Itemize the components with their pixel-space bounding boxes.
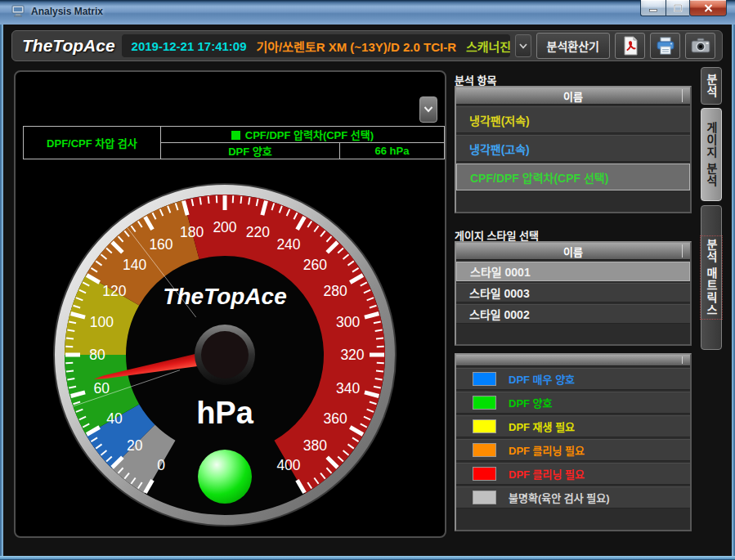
- svg-text:0: 0: [157, 457, 165, 473]
- legend-item-label: DPF 클리닝 필요: [509, 466, 585, 482]
- svg-text:140: 140: [123, 257, 146, 273]
- pdf-export-button[interactable]: [615, 33, 645, 59]
- style-item-style-0003[interactable]: 스타일 0003: [456, 283, 690, 302]
- legend-item[interactable]: 불명확(육안 검사 필요): [456, 486, 690, 508]
- vehicle-info: 기아/쏘렌토R XM (~13Y)/D 2.0 TCI-R: [257, 38, 456, 55]
- diagnosis-mode: 스캐너진단/: [466, 38, 510, 55]
- toolbar: TheTopAce 2019-12-21 17:41:09 기아/쏘렌토R XM…: [11, 30, 723, 61]
- analysis-converter-button[interactable]: 분석환산기: [536, 33, 610, 59]
- minimize-button[interactable]: [640, 0, 666, 16]
- legend-item[interactable]: DPF 클리닝 필요: [456, 439, 690, 461]
- window-border-bottom: [0, 556, 735, 560]
- list-item-label: 스타일 0002: [469, 306, 530, 322]
- value-cell: 66 hPa: [339, 143, 444, 159]
- legend-color-swatch: [473, 443, 496, 457]
- legend-item[interactable]: DPF 양호: [456, 392, 690, 414]
- legend-item-label: DPF 양호: [509, 395, 553, 410]
- legend-item-label: DPF 매우 양호: [509, 371, 575, 387]
- legend-header: [456, 355, 690, 366]
- legend-item-label: DPF 재생 필요: [509, 419, 575, 434]
- legend-item[interactable]: DPF 매우 양호: [456, 368, 690, 390]
- legend-color-swatch: [473, 372, 496, 386]
- channel-cell: CPF/DPF 압력차(CPF 선택): [160, 127, 444, 143]
- svg-text:220: 220: [246, 224, 270, 240]
- svg-text:280: 280: [323, 283, 347, 299]
- gauge-panel: DPF/CPF 차압 검사 CPF/DPF 압력차(CPF 선택) DPF 양호…: [14, 70, 446, 538]
- test-info-table: DPF/CPF 차압 검사 CPF/DPF 압력차(CPF 선택) DPF 양호…: [23, 126, 445, 159]
- list-item-label: 냉각팬(저속): [469, 112, 530, 128]
- chevron-down-icon: [519, 43, 527, 49]
- close-icon: [704, 4, 713, 12]
- svg-text:20: 20: [127, 437, 143, 454]
- side-tab-analysis-matrix[interactable]: 분석 매트릭스: [701, 205, 722, 350]
- client-area: TheTopAce 2019-12-21 17:41:09 기아/쏘렌토R XM…: [3, 25, 732, 556]
- list-item-label: 스타일 0001: [470, 263, 531, 280]
- list-column-header: 이름: [456, 87, 690, 105]
- app-icon: [11, 5, 25, 17]
- legend-color-swatch: [473, 467, 496, 481]
- application-window: Analysis Matrix TheTopAce 2019-12-21 17:…: [0, 0, 735, 560]
- status-lamp: [198, 450, 252, 504]
- pdf-icon: [621, 36, 639, 56]
- test-name-cell: DPF/CPF 차압 검사: [24, 127, 161, 159]
- svg-text:200: 200: [213, 219, 236, 235]
- svg-text:380: 380: [303, 437, 327, 454]
- legend-item-label: 불명확(육안 검사 필요): [509, 490, 610, 505]
- svg-text:360: 360: [323, 410, 347, 427]
- analysis-item-cooling-fan-low[interactable]: 냉각팬(저속): [456, 106, 690, 133]
- gauge-unit-text: hPa: [196, 396, 254, 430]
- channel-color-swatch: [231, 131, 240, 140]
- svg-text:120: 120: [102, 283, 126, 299]
- screenshot-button[interactable]: [685, 33, 715, 59]
- dpf-legend-list: DPF 매우 양호 DPF 양호 DPF 재생 필요 DPF 클리닝 필요 DP…: [455, 353, 692, 531]
- side-tab-gauge-analysis[interactable]: 게이지 분석: [701, 108, 722, 201]
- legend-item[interactable]: DPF 클리닝 필요: [456, 463, 690, 485]
- svg-text:180: 180: [180, 224, 204, 240]
- chevron-down-icon: [424, 106, 433, 113]
- minimize-icon: [649, 4, 657, 12]
- style-item-style-0001[interactable]: 스타일 0001: [456, 262, 690, 281]
- svg-text:260: 260: [303, 257, 327, 273]
- pressure-gauge: 0204060801001201401601802002202402602803…: [45, 175, 405, 535]
- svg-text:240: 240: [276, 236, 300, 253]
- legend-color-swatch: [473, 419, 496, 433]
- printer-icon: [656, 37, 675, 55]
- style-item-style-0002[interactable]: 스타일 0002: [456, 304, 690, 324]
- print-button[interactable]: [650, 33, 680, 59]
- svg-text:400: 400: [276, 457, 300, 473]
- list-item-label: 냉각팬(고속): [469, 141, 530, 157]
- status-cell: DPF 양호: [160, 143, 339, 159]
- side-tab-analysis[interactable]: 분석: [701, 67, 722, 105]
- svg-text:40: 40: [106, 410, 123, 427]
- window-border-right: [732, 25, 735, 560]
- svg-text:80: 80: [89, 347, 105, 363]
- maximize-icon: [674, 4, 683, 12]
- svg-text:320: 320: [340, 347, 364, 363]
- svg-text:100: 100: [90, 314, 114, 330]
- gauge-style-list: 이름 스타일 0001스타일 0003스타일 0002: [455, 241, 692, 346]
- close-button[interactable]: [689, 0, 727, 16]
- gauge-brand-text: TheTopAce: [163, 284, 286, 309]
- session-info: 2019-12-21 17:41:09 기아/쏘렌토R XM (~13Y)/D …: [122, 34, 510, 57]
- legend-item-label: DPF 클리닝 필요: [509, 442, 585, 458]
- svg-text:340: 340: [336, 380, 360, 396]
- side-tab-label: 게이지 분석: [703, 122, 719, 187]
- brand-logo: TheTopAce: [22, 36, 115, 56]
- legend-color-swatch: [473, 491, 496, 504]
- svg-text:300: 300: [336, 314, 360, 330]
- titlebar: Analysis Matrix: [0, 0, 735, 25]
- legend-item[interactable]: DPF 재생 필요: [456, 415, 690, 437]
- legend-color-swatch: [473, 396, 496, 410]
- camera-icon: [691, 38, 710, 54]
- list-item-label: 스타일 0003: [469, 284, 530, 301]
- list-item-label: CPF/DPF 압력차(CPF 선택): [470, 169, 608, 186]
- gauge-options-button[interactable]: [419, 96, 437, 123]
- analysis-item-cpf-dpf-pressure[interactable]: CPF/DPF 압력차(CPF 선택): [456, 164, 690, 190]
- maximize-button[interactable]: [666, 0, 689, 16]
- analysis-item-cooling-fan-high[interactable]: 냉각팬(고속): [456, 135, 690, 162]
- svg-text:160: 160: [149, 236, 173, 253]
- timestamp: 2019-12-21 17:41:09: [132, 39, 247, 53]
- session-dropdown-button[interactable]: [515, 34, 531, 57]
- side-tab-label: 분석: [703, 74, 719, 98]
- list-column-header: 이름: [456, 243, 690, 260]
